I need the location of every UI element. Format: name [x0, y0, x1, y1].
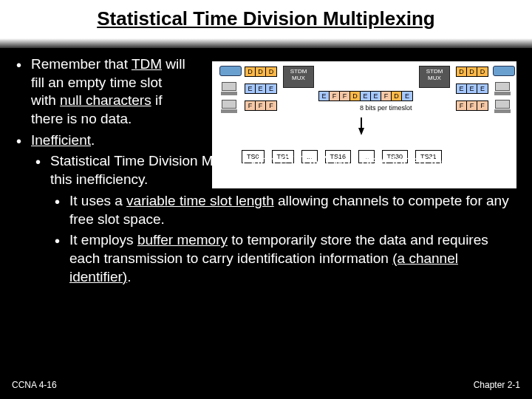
data-strip-mid: E F F D E E F D E [318, 91, 413, 101]
pc-icon [494, 100, 511, 112]
bullet-inefficient: Inefficient. [12, 132, 520, 150]
data-strip-e-right: E E E [456, 83, 488, 94]
pc-icon [494, 82, 511, 94]
data-strip-d-right: D D D [456, 66, 488, 77]
footer-right: Chapter 2-1 [474, 380, 520, 390]
pc-icon [221, 82, 237, 94]
pc-icon [221, 100, 237, 112]
slide-title: Statistical Time Division Multiplexing [0, 0, 532, 48]
data-strip-f-right: F F F [456, 100, 488, 111]
footer-left: CCNA 4-16 [12, 380, 57, 390]
bullet-buffer-memory: It employs buffer memory to temporarily … [12, 231, 520, 286]
router-icon [493, 66, 515, 76]
bullet-variable-slot: It uses a variable time slot length allo… [12, 192, 520, 228]
data-strip-f-left: F F F [245, 100, 277, 111]
bits-per-timeslot-label: 8 bits per timeslot [360, 104, 412, 112]
stdm-mux-right: STDM MUX [419, 66, 450, 88]
router-icon [219, 66, 242, 76]
bullet-tdm: Remember that TDM will fill an empty tim… [12, 55, 189, 129]
data-strip-d-left: D D D [245, 66, 277, 77]
bullet-stdm: Statistical Time Division Multiplexing (… [12, 152, 520, 188]
data-strip-e-left: E E E [245, 83, 277, 94]
stdm-mux-left: STDM MUX [283, 66, 314, 88]
